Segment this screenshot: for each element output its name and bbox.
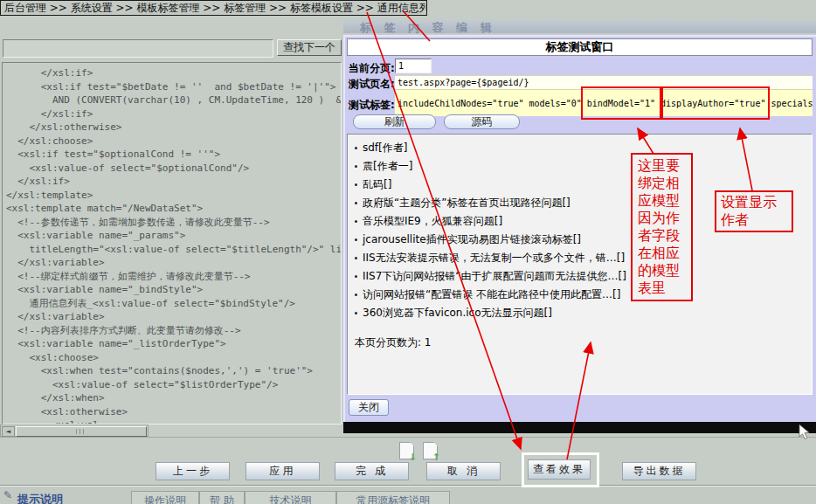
current-page-label: 当前分页:	[349, 61, 395, 76]
apply-button[interactable]: 应用	[245, 462, 320, 480]
breadcrumb: 后台管理 >> 系统设置 >> 模板标签管理 >> 标签管理 >> 标签模板设置…	[0, 0, 427, 16]
code-line: <!--内容列表排序方式判断、此变量节请勿修改-->	[6, 324, 341, 338]
result-item: IIS7下访问网站报错“由于扩展配置问题而无法提供您…[]	[353, 267, 812, 286]
code-line: </xsl:when>	[6, 391, 341, 405]
code-line: </xsl:variable>	[6, 256, 341, 270]
tip-tab[interactable]: 技术说明	[245, 491, 336, 504]
displayauthor-highlight-box	[661, 86, 770, 120]
current-page-input[interactable]: 1	[395, 59, 432, 73]
xsl-code-editor[interactable]: </xsl:if> <xsl:if test="$betDate != '' a…	[2, 62, 342, 425]
code-line: <xsl:value-of select="$listOrderType"/>	[6, 378, 341, 392]
test-page-label: 测试页名:	[349, 77, 395, 92]
mouse-cursor	[799, 424, 813, 441]
cancel-button[interactable]: 取 消	[426, 462, 501, 480]
tip-bar: ✎ 提示说明 操作说明帮 助技术说明常用源标签说明	[0, 487, 816, 504]
scrollbar-grip	[76, 429, 86, 434]
test-result-panel: sdf[作者]震[作者一]乱码[]政府版“主题分类”标签在首页出现路径问题[]音…	[347, 134, 813, 395]
refresh-button[interactable]: 刷新	[353, 114, 436, 129]
code-line: </xsl:if>	[6, 107, 341, 121]
source-button[interactable]: 源码	[444, 114, 520, 129]
code-line: </xsl:if>	[6, 66, 341, 80]
page-title: 标 签 内 容 编 辑	[360, 20, 496, 36]
code-line: <xsl:value-of select="$optionalCond"/>	[6, 162, 341, 176]
code-line: AND (CONVERT(varchar(10) , CM.UpdateTime…	[6, 93, 341, 107]
code-line: </xsl:variable>	[6, 310, 341, 324]
green-down-arrow-icon: ↓	[409, 452, 417, 462]
code-line: <xsl:when test="contains($nodes,',') = '…	[6, 364, 341, 378]
horizontal-scrollbar[interactable]: ◄	[0, 425, 149, 437]
code-line: <xsl:variable name="_bindStyle">	[6, 283, 341, 297]
code-line: <xsl:template match="/NewDataSet">	[6, 202, 341, 216]
finish-button[interactable]: 完 成	[335, 462, 409, 480]
tip-tab[interactable]: 操作说明	[131, 491, 199, 504]
code-line: <!--参数传递节，如需增加参数传递，请修改此变量节-->	[6, 216, 341, 230]
result-item: 360浏览器下favicon.ico无法显示问题[]	[353, 304, 812, 322]
code-line: <xsl:variable name="_listOrderType">	[6, 337, 341, 351]
result-item: sdf[作者]	[353, 139, 812, 157]
code-lines: </xsl:if> <xsl:if test="$betDate != '' a…	[3, 63, 341, 425]
code-line: <xsl:otherwise>	[6, 405, 341, 419]
tip-icon: ✎	[3, 490, 12, 501]
dialog-bottom-shadow	[343, 422, 816, 433]
export-data-icon[interactable]: ↑	[423, 442, 438, 459]
scroll-left-icon[interactable]: ◄	[2, 426, 15, 437]
displayauthor-note: 设置显示作者	[715, 190, 793, 232]
dialog-title: 标签测试窗口	[347, 38, 813, 56]
code-line: </xsl:otherwise>	[6, 121, 341, 135]
code-line: 通用信息列表_<xsl:value-of select="$bindStyle"…	[6, 297, 341, 311]
prev-step-button[interactable]: 上一步	[156, 462, 230, 480]
test-tag-label: 测试标签:	[349, 98, 395, 113]
doc-fold	[433, 442, 438, 446]
result-item: 访问网站报错“配置错误 不能在此路径中使用此配置…[]	[353, 286, 812, 304]
import-data-icon[interactable]: ↓	[399, 442, 414, 459]
export-data-button[interactable]: 导出数据	[622, 462, 696, 480]
result-item: IIS无法安装提示错误，无法复制一个或多个文件，错…[]	[353, 249, 812, 267]
view-result-button[interactable]: 查看效果	[528, 459, 591, 480]
code-line: <xsl:variable name="_params">	[6, 229, 341, 243]
tip-label: 提示说明	[17, 492, 63, 504]
search-input[interactable]	[3, 39, 273, 58]
tip-tabs: 操作说明帮 助技术说明常用源标签说明	[131, 491, 450, 504]
code-line: </xsl:if>	[6, 175, 341, 189]
result-item: jcarousellite插件实现动易图片链接滚动标签[]	[353, 231, 812, 249]
result-item: 震[作者一]	[353, 157, 812, 176]
app-window: 后台管理 >> 系统设置 >> 模板标签管理 >> 标签管理 >> 标签模板设置…	[0, 0, 816, 504]
green-up-arrow-icon: ↑	[432, 452, 440, 462]
code-line: <xsl:if test="$betDate != '' and $betDat…	[6, 80, 341, 94]
code-line: titleLength="<xsl:value-of select="$titl…	[6, 243, 341, 257]
bindmodel-note: 这里要绑定相应模型因为作者字段在相应的模型表里	[631, 153, 693, 301]
code-line: <xsl:if test="$optionalCond != ''">	[6, 148, 341, 162]
tip-tab[interactable]: 帮 助	[199, 491, 245, 504]
frame-divider	[0, 437, 816, 438]
scrollbar-thumb[interactable]	[16, 426, 147, 437]
code-line: <!--绑定样式前缀节，如需维护，请修改此变量节-->	[6, 270, 341, 284]
code-line: <xsl:val	[6, 418, 341, 425]
close-button[interactable]: 关闭	[349, 399, 389, 416]
bindmodel-highlight-box	[581, 86, 661, 120]
code-line: <xsl:choose>	[6, 351, 341, 365]
code-line: </xsl:choose>	[6, 135, 341, 148]
tip-tab[interactable]: 常用源标签说明	[336, 491, 450, 504]
doc-fold	[410, 442, 414, 446]
find-next-button[interactable]: 查找下一个	[277, 39, 342, 56]
page-count-text: 本页分页数为: 1	[353, 335, 812, 350]
code-line: </xsl:template>	[6, 189, 341, 203]
